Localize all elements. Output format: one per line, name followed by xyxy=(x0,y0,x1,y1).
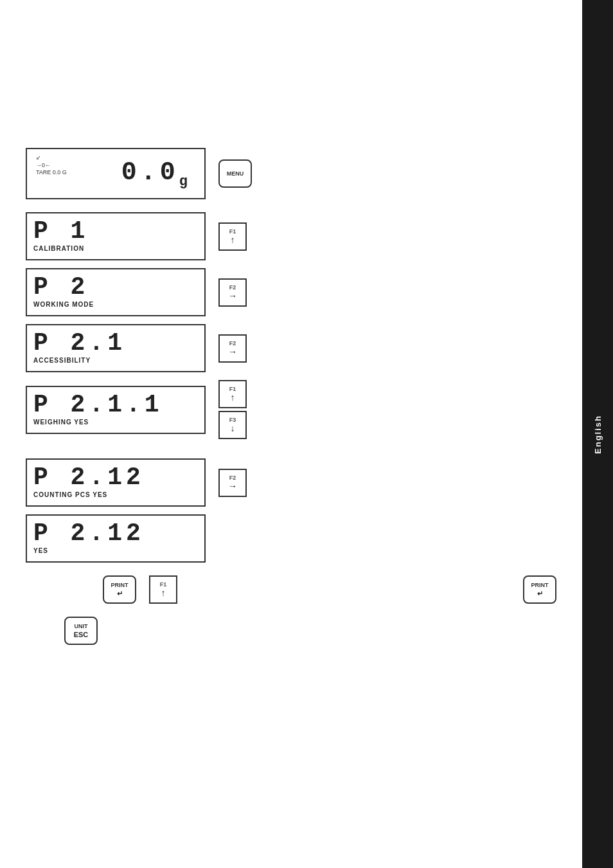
display-number: 0.0g xyxy=(121,158,191,190)
up-arrow-icon-3: ↑ xyxy=(161,588,166,598)
f2-right-button-3[interactable]: F2 → xyxy=(218,469,247,497)
main-content: ↙ →0← TARE 0.0 G 0.0g MENU P 1 CALIBRATI… xyxy=(0,0,582,868)
p212b-display: P 2.12 YES xyxy=(26,514,206,563)
f1-label-1: F1 xyxy=(229,228,236,235)
print-button-1[interactable]: PRINT ↵ xyxy=(103,575,136,604)
p212a-code: P 2.12 xyxy=(33,464,198,491)
p2-sub: WORKING MODE xyxy=(33,301,198,308)
p211-sub: WEIGHING YES xyxy=(33,419,198,426)
f1-label-3: F1 xyxy=(160,581,167,588)
right-arrow-icon-3: → xyxy=(228,481,237,491)
p1-sub: CALIBRATION xyxy=(33,245,198,252)
unit-esc-row: UNIT ESC xyxy=(26,617,556,645)
p212a-sub: COUNTING PCS YES xyxy=(33,491,198,498)
p1-display: P 1 CALIBRATION xyxy=(26,212,206,260)
right-arrow-icon-2: → xyxy=(228,347,237,357)
print-enter-icon-2: ↵ xyxy=(537,590,543,598)
p21-code: P 2.1 xyxy=(33,329,198,357)
f2-right-button-1[interactable]: F2 → xyxy=(218,278,247,307)
sidebar: English xyxy=(582,0,613,868)
f1-label-2: F1 xyxy=(229,386,236,392)
unit-label: g xyxy=(179,174,191,190)
row-p212b: P 2.12 YES xyxy=(26,514,556,563)
up-arrow-icon-1: ↑ xyxy=(231,235,235,245)
p211-buttons: F1 ↑ F3 ↓ xyxy=(218,380,247,439)
p2-code: P 2 xyxy=(33,273,198,301)
print-label-1: PRINT xyxy=(111,582,129,588)
right-arrow-icon-1: → xyxy=(228,291,237,301)
menu-button[interactable]: MENU xyxy=(218,159,252,188)
indicator-zero: →0← xyxy=(36,162,67,170)
row-p211: P 2.1.1 WEIGHING YES F1 ↑ F3 ↓ xyxy=(26,380,556,439)
p21-display: P 2.1 ACCESSIBILITY xyxy=(26,324,206,372)
main-display: ↙ →0← TARE 0.0 G 0.0g xyxy=(26,148,206,199)
down-arrow-icon: ↓ xyxy=(231,423,235,433)
f1-up-button-1[interactable]: F1 ↑ xyxy=(218,222,247,251)
p2-display: P 2 WORKING MODE xyxy=(26,268,206,316)
p211-code: P 2.1.1 xyxy=(33,391,198,419)
indicator-arrow: ↙ xyxy=(36,154,67,162)
f2-label-2: F2 xyxy=(229,340,236,347)
f3-down-button[interactable]: F3 ↓ xyxy=(218,411,247,439)
unit-esc-button[interactable]: UNIT ESC xyxy=(64,617,98,645)
tare-label: TARE 0.0 G xyxy=(36,169,67,177)
bottom-row: PRINT ↵ F1 ↑ PRINT ↵ xyxy=(26,575,556,604)
p211-display: P 2.1.1 WEIGHING YES xyxy=(26,386,206,434)
sidebar-label: English xyxy=(593,415,603,454)
row-p2: P 2 WORKING MODE F2 → xyxy=(26,268,556,316)
p21-sub: ACCESSIBILITY xyxy=(33,357,198,364)
f1-up-button-3[interactable]: F1 ↑ xyxy=(149,575,177,604)
p212b-code: P 2.12 xyxy=(33,520,198,547)
print-enter-icon-1: ↵ xyxy=(117,590,123,598)
display-indicators: ↙ →0← TARE 0.0 G xyxy=(36,154,67,177)
f1-up-button-2[interactable]: F1 ↑ xyxy=(218,380,247,408)
unit-label: UNIT xyxy=(75,623,88,629)
up-arrow-icon-2: ↑ xyxy=(231,392,235,402)
print-label-2: PRINT xyxy=(531,582,549,588)
main-number: 0.0 xyxy=(121,158,179,187)
p212a-display: P 2.12 COUNTING PCS YES xyxy=(26,458,206,507)
row-p1: P 1 CALIBRATION F1 ↑ xyxy=(26,212,556,260)
row-p212a: P 2.12 COUNTING PCS YES F2 → xyxy=(26,458,556,507)
p1-code: P 1 xyxy=(33,217,198,245)
p212b-sub: YES xyxy=(33,547,198,554)
f2-label-3: F2 xyxy=(229,475,236,481)
row-main-display: ↙ →0← TARE 0.0 G 0.0g MENU xyxy=(26,148,556,199)
f2-label-1: F2 xyxy=(229,284,236,291)
menu-label: MENU xyxy=(227,170,244,177)
f2-right-button-2[interactable]: F2 → xyxy=(218,334,247,363)
row-p21: P 2.1 ACCESSIBILITY F2 → xyxy=(26,324,556,372)
esc-label: ESC xyxy=(74,631,89,638)
f3-label: F3 xyxy=(229,417,236,423)
print-button-2[interactable]: PRINT ↵ xyxy=(523,575,556,604)
